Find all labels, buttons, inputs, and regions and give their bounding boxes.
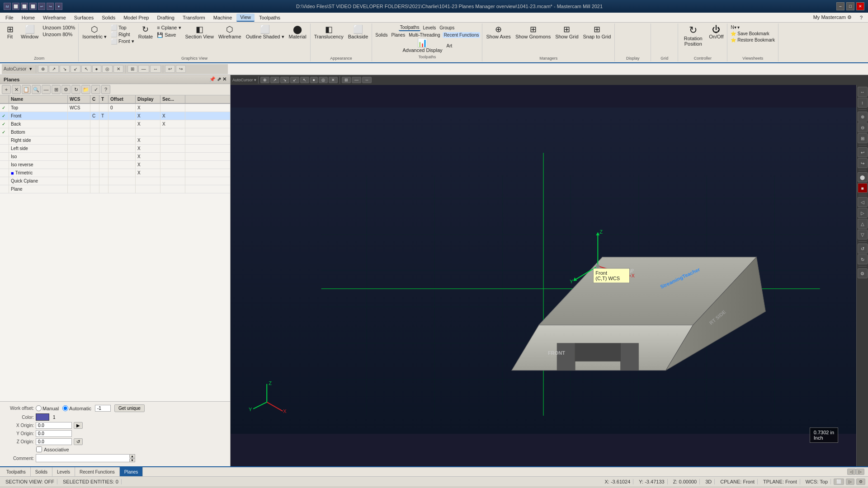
- header-check[interactable]: [0, 95, 9, 103]
- cplane-button[interactable]: ≡ Cplane ▾: [156, 24, 182, 31]
- tb2-btn-1[interactable]: ⊕: [38, 65, 48, 73]
- menu-drafting[interactable]: Drafting: [153, 14, 178, 21]
- header-wcs[interactable]: WCS: [68, 95, 90, 103]
- rt-btn-14[interactable]: ↺: [858, 244, 868, 253]
- solids-subtab[interactable]: Solids: [374, 32, 389, 38]
- vt-btn3[interactable]: ↘: [280, 77, 289, 83]
- tb2-btn-11[interactable]: ↔: [150, 65, 161, 73]
- show-axes-button[interactable]: ⊕ Show Axes: [484, 24, 512, 40]
- viewport[interactable]: StreamingTeacher TOP FRONT RT SIDE Z: [231, 85, 856, 466]
- check-button[interactable]: ✓: [91, 85, 100, 94]
- rt-btn-15[interactable]: ↻: [858, 254, 868, 264]
- tab-scroll-right[interactable]: ▷: [856, 469, 864, 475]
- menu-home[interactable]: Home: [18, 14, 38, 21]
- backside-button[interactable]: ⬜ Backside: [346, 24, 370, 40]
- menu-view[interactable]: View: [236, 14, 255, 22]
- header-t[interactable]: T: [99, 95, 108, 103]
- unzoom100-button[interactable]: Unzoom 100%: [41, 24, 76, 31]
- plane-row[interactable]: ✓Bottom: [0, 128, 230, 136]
- recent-functions-ribbon-btn[interactable]: Recent Functions: [443, 32, 481, 38]
- groups-subtab[interactable]: Groups: [438, 24, 456, 31]
- toolpaths-subtab[interactable]: Toolpaths: [399, 24, 421, 31]
- tab-recent-functions[interactable]: Recent Functions: [75, 467, 120, 476]
- z-origin-input[interactable]: [36, 438, 72, 445]
- panel-undock-button[interactable]: ⇗: [217, 76, 221, 82]
- plane-row[interactable]: ✓TopWCS0X: [0, 104, 230, 112]
- tb2-btn-12[interactable]: ↩: [165, 65, 175, 73]
- rotate-button[interactable]: ↻ Rotate: [137, 24, 155, 40]
- tb2-btn-3[interactable]: ↘: [60, 65, 70, 73]
- rt-btn-13[interactable]: ▽: [858, 230, 868, 239]
- color-swatch[interactable]: [36, 413, 49, 421]
- get-unique-button[interactable]: Get unique: [114, 404, 145, 412]
- vt-btn10[interactable]: —: [352, 77, 361, 83]
- tb2-btn-8[interactable]: ✕: [113, 65, 123, 73]
- vt-btn9[interactable]: ⊞: [342, 77, 351, 83]
- remove-plane-button[interactable]: ✕: [12, 85, 21, 94]
- maximize-button[interactable]: □: [846, 2, 854, 10]
- vt-btn11[interactable]: ↔: [362, 77, 372, 83]
- grid-view-button[interactable]: ⊞: [52, 85, 61, 94]
- multithreading-btn[interactable]: Multi-Threading: [407, 32, 441, 38]
- n-dropdown[interactable]: N▾ ▾: [729, 24, 776, 30]
- status-btn2[interactable]: ▷: [846, 479, 854, 485]
- tab-solids[interactable]: Solids: [31, 467, 52, 476]
- manual-radio[interactable]: [36, 405, 42, 411]
- header-c[interactable]: C: [90, 95, 99, 103]
- rt-btn-9[interactable]: ■: [858, 183, 868, 193]
- z-origin-picker[interactable]: ↺: [74, 438, 83, 445]
- vt-btn7[interactable]: ◎: [319, 77, 328, 83]
- tab-levels[interactable]: Levels: [52, 467, 75, 476]
- section-view-button[interactable]: ◧ Section View: [184, 24, 216, 40]
- menu-file[interactable]: File: [2, 14, 17, 21]
- comment-up[interactable]: ▲: [129, 454, 135, 458]
- tb2-btn-5[interactable]: ↖: [81, 65, 91, 73]
- y-origin-input[interactable]: [36, 430, 72, 437]
- save-bookmark-button[interactable]: ⭐ Save Bookmark: [729, 31, 776, 37]
- menu-toolpaths[interactable]: Toolpaths: [255, 14, 284, 21]
- vt-btn8[interactable]: ✕: [329, 77, 338, 83]
- work-offset-value-input[interactable]: [95, 405, 111, 412]
- close-button[interactable]: ✕: [856, 2, 864, 10]
- rotation-position-button[interactable]: ↻ Rotation Position: [680, 24, 706, 47]
- folder-button[interactable]: 📁: [81, 85, 90, 94]
- rt-btn-12[interactable]: △: [858, 219, 868, 229]
- outline-shaded-button[interactable]: ⬜ Outline Shaded ▾: [244, 24, 286, 41]
- copy-plane-button[interactable]: 📋: [22, 85, 31, 94]
- material-button[interactable]: ⬤ Material: [287, 24, 308, 40]
- header-offset[interactable]: Offset: [108, 95, 136, 103]
- plane-row[interactable]: Iso reverseX: [0, 161, 230, 169]
- add-plane-button[interactable]: +: [2, 85, 11, 94]
- menu-machine[interactable]: Machine: [210, 14, 236, 21]
- quick-access[interactable]: ⬜: [12, 3, 19, 10]
- tab-toolpaths[interactable]: Toolpaths: [2, 467, 31, 476]
- translucency-button[interactable]: ◧ Translucency: [312, 24, 345, 40]
- tab-planes[interactable]: Planes: [120, 467, 143, 476]
- quick-access6[interactable]: ▾: [55, 3, 62, 10]
- rt-btn-11[interactable]: ▷: [858, 208, 868, 218]
- show-grid-button[interactable]: ⊞ Show Grid: [553, 24, 580, 40]
- quick-access2[interactable]: ⬜: [21, 3, 28, 10]
- menu-help[interactable]: ?: [856, 14, 866, 21]
- tb2-btn-10[interactable]: —: [138, 65, 149, 73]
- menu-surfaces[interactable]: Surfaces: [71, 14, 97, 21]
- right-button[interactable]: ⬜ Right: [109, 31, 136, 38]
- top-button[interactable]: ⬜ Top: [109, 24, 136, 31]
- tb2-btn-13[interactable]: ↪: [176, 65, 186, 73]
- rt-btn-16[interactable]: ⚙: [858, 268, 868, 278]
- restore-bookmark-button[interactable]: ⭐ Restore Bookmark: [729, 37, 776, 43]
- quick-access3[interactable]: ⬜: [29, 3, 37, 10]
- art-btn[interactable]: Art: [445, 38, 454, 54]
- planes-subtab[interactable]: Planes: [390, 32, 407, 38]
- automatic-radio-label[interactable]: Automatic: [62, 405, 91, 411]
- save-view-button[interactable]: 💾 Save: [156, 32, 182, 38]
- associative-checkbox[interactable]: [36, 446, 42, 452]
- automatic-radio[interactable]: [62, 405, 68, 411]
- menu-wireframe[interactable]: Wireframe: [39, 14, 70, 21]
- settings-button[interactable]: ⚙: [61, 85, 71, 94]
- rt-btn-5[interactable]: ⊞: [858, 133, 868, 143]
- unzoom80-button[interactable]: Unzoom 80%: [41, 31, 76, 38]
- window-button[interactable]: ⬜ Window: [19, 24, 40, 40]
- tb2-btn-2[interactable]: ↗: [49, 65, 59, 73]
- plane-row[interactable]: Left sideX: [0, 145, 230, 153]
